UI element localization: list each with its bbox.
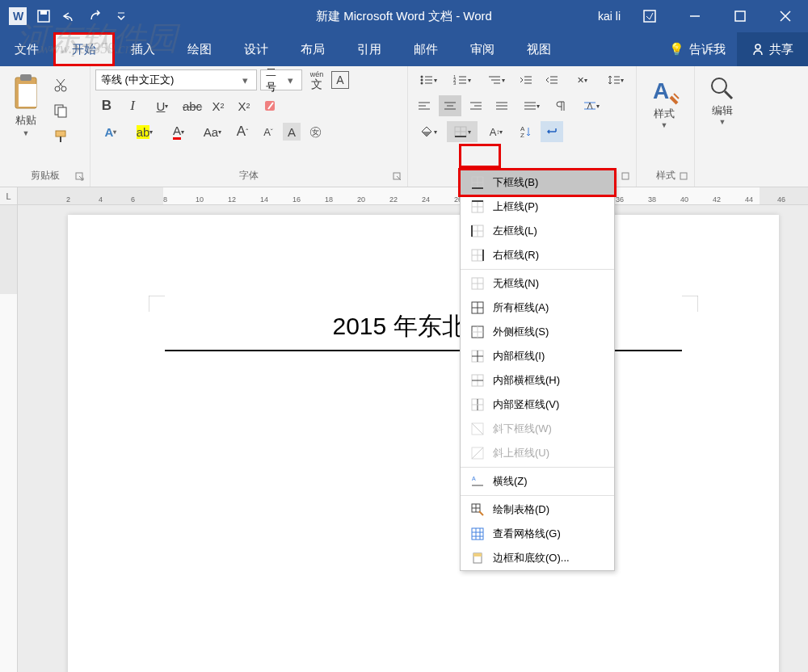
tab-insert[interactable]: 插入 (115, 32, 171, 66)
tab-review[interactable]: 审阅 (454, 32, 511, 66)
clipboard-launcher-icon[interactable] (75, 172, 86, 183)
align-right-button[interactable] (465, 95, 487, 116)
styles-button[interactable]: A 样式 ▼ (642, 69, 687, 129)
grow-font-button[interactable]: Aˆ (231, 121, 254, 142)
multilevel-list-button[interactable]: ▾ (481, 69, 511, 90)
editing-button[interactable]: 编辑 ▼ (700, 69, 745, 126)
menu-border-top[interactable]: 上框线(P) (461, 195, 614, 219)
justify-button[interactable] (490, 95, 513, 116)
paragraph-mark-button[interactable] (541, 121, 563, 142)
menu-draw-table[interactable]: 绘制表格(D) (461, 498, 614, 522)
close-icon[interactable] (769, 0, 802, 32)
shading-button[interactable]: ▾ (413, 121, 444, 142)
subscript-button[interactable]: X2 (207, 95, 229, 116)
menu-border-inside-v[interactable]: 内部竖框线(V) (461, 393, 614, 417)
highlight-button[interactable]: ab▾ (129, 121, 160, 142)
strikethrough-button[interactable]: abc (181, 95, 204, 116)
menu-border-diag-down[interactable]: 斜下框线(W) (461, 417, 614, 441)
tab-home[interactable]: 开始 (53, 32, 115, 66)
character-border-icon[interactable]: A (331, 71, 349, 89)
ruler-horizontal[interactable]: 2468101214161820222426283032343638404244… (18, 187, 808, 205)
menu-border-none[interactable]: 无框线(N) (461, 271, 614, 296)
ruler-tick: 20 (357, 195, 365, 204)
menu-border-diag-up[interactable]: 斜上框线(U) (461, 441, 614, 465)
font-family-combo[interactable]: 等线 (中文正文) ▾ (95, 69, 257, 90)
menu-view-gridlines[interactable]: 查看网格线(G) (461, 522, 614, 546)
word-icon[interactable]: W (6, 5, 29, 27)
tab-view[interactable]: 视图 (511, 32, 567, 66)
enclose-characters-button[interactable]: ㊛ (304, 121, 326, 142)
text-effects-button[interactable]: A ▾ (95, 121, 126, 142)
decrease-indent-button[interactable] (515, 69, 537, 90)
numbering-button[interactable]: 123▾ (447, 69, 478, 90)
ruler-vertical[interactable] (0, 205, 18, 672)
superscript-button[interactable]: X2 (233, 95, 255, 116)
font-size-combo[interactable]: 二号 ▾ (260, 69, 302, 90)
menu-border-inside[interactable]: 内部框线(I) (461, 344, 614, 368)
tab-file[interactable]: 文件 (0, 32, 53, 66)
gridlines-icon (470, 527, 485, 541)
clear-formatting-icon[interactable] (259, 95, 281, 116)
maximize-icon[interactable] (724, 0, 756, 32)
menu-border-all[interactable]: 所有框线(A) (461, 296, 614, 320)
increase-indent-button[interactable] (541, 69, 563, 90)
ribbon-display-icon[interactable] (633, 0, 666, 32)
shrink-font-button[interactable]: Aˇ (257, 121, 280, 142)
bullets-button[interactable]: ▾ (413, 69, 444, 90)
tell-me[interactable]: 💡 告诉我 (658, 42, 737, 57)
align-left-button[interactable] (413, 95, 436, 116)
distributed-button[interactable]: ▾ (516, 95, 547, 116)
undo-icon[interactable] (58, 5, 81, 27)
paste-button[interactable]: 粘贴 ▼ (5, 69, 47, 147)
menu-border-bottom[interactable]: 下框线(B) (461, 170, 614, 195)
menu-border-left[interactable]: 左框线(L) (461, 219, 614, 243)
ruler-tick: 2 (66, 195, 70, 204)
redo-icon[interactable] (84, 5, 107, 27)
minimize-icon[interactable] (679, 0, 711, 32)
phonetic-guide-icon[interactable]: wén文 (305, 69, 328, 90)
tab-layout[interactable]: 布局 (284, 32, 341, 66)
document-area[interactable]: 2015 年东北区营 (18, 205, 808, 672)
text-direction-button[interactable]: A↕▾ (481, 121, 511, 142)
font-color-button[interactable]: A ▾ (163, 121, 194, 142)
page[interactable]: 2015 年东北区营 (68, 215, 779, 672)
change-case-button[interactable]: Aa ▾ (197, 121, 228, 142)
styles-launcher-icon[interactable] (680, 172, 691, 183)
align-center-button[interactable] (439, 95, 461, 116)
menu-border-outside[interactable]: 外侧框线(S) (461, 320, 614, 344)
ruler-corner[interactable]: L (0, 187, 18, 205)
font-launcher-icon[interactable] (393, 172, 404, 183)
tab-draw[interactable]: 绘图 (171, 32, 228, 66)
underline-button[interactable]: U ▾ (147, 95, 178, 116)
username[interactable]: kai li (598, 10, 621, 23)
ruler-tick: 42 (713, 195, 721, 204)
menu-border-inside-h[interactable]: 内部横框线(H) (461, 368, 614, 393)
snap-to-grid-button[interactable]: ▾ (576, 95, 607, 116)
bold-button[interactable]: B (95, 95, 118, 116)
qat-customize-icon[interactable] (110, 5, 133, 27)
border-left-icon (470, 224, 485, 238)
tab-mailings[interactable]: 邮件 (398, 32, 454, 66)
svg-line-116 (472, 447, 483, 459)
asian-layout-button[interactable]: ✕▾ (566, 69, 597, 90)
cut-icon[interactable] (50, 74, 71, 95)
paragraph-launcher-icon[interactable] (621, 172, 633, 183)
copy-icon[interactable] (50, 100, 71, 121)
line-spacing-button[interactable]: ▾ (600, 69, 631, 90)
tab-design[interactable]: 设计 (228, 32, 284, 66)
sort-button[interactable]: AZ (515, 121, 537, 142)
format-painter-icon[interactable] (50, 126, 71, 147)
borders-button[interactable]: ▾ (447, 121, 478, 142)
styles-icon: A (648, 74, 680, 107)
menu-border-right[interactable]: 右框线(R) (461, 243, 614, 267)
character-shading-button[interactable]: A (283, 123, 301, 141)
find-icon (708, 74, 737, 103)
italic-button[interactable]: I (121, 95, 144, 116)
show-marks-button[interactable] (550, 95, 573, 116)
menu-borders-shading[interactable]: 边框和底纹(O)... (461, 546, 614, 570)
save-icon[interactable] (32, 5, 55, 27)
share-button[interactable]: 共享 (737, 32, 808, 66)
menu-horizontal-line[interactable]: A 横线(Z) (461, 469, 614, 494)
menu-label: 内部横框线(H) (493, 373, 560, 388)
tab-references[interactable]: 引用 (341, 32, 398, 66)
